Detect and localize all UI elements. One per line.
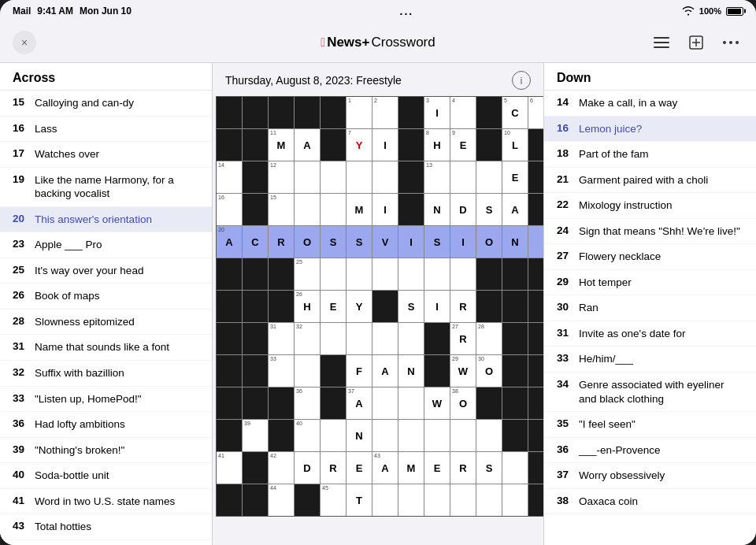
cell-2-10[interactable] (476, 161, 502, 193)
cell-1-10[interactable] (476, 129, 502, 161)
cell-9-4[interactable] (321, 387, 346, 419)
cell-10-1[interactable]: 39 (243, 420, 268, 451)
cell-8-5[interactable]: F (346, 355, 372, 387)
cell-5-6[interactable] (372, 258, 398, 290)
cell-6-7[interactable]: S (398, 291, 424, 322)
cell-8-0[interactable] (217, 355, 242, 387)
cell-7-2[interactable]: 31 (269, 323, 294, 354)
cell-3-9[interactable]: D (450, 194, 476, 225)
cell-6-4[interactable]: E (321, 291, 346, 322)
cell-0-9[interactable]: 4 (450, 97, 476, 128)
cell-3-0[interactable]: 16 (217, 194, 242, 225)
cell-0-1[interactable] (243, 97, 268, 128)
across-clue-36[interactable]: 36Had lofty ambitions (0, 412, 212, 438)
cell-3-10[interactable]: S (476, 194, 502, 225)
cell-9-0[interactable] (217, 387, 242, 419)
cell-4-10[interactable]: O (476, 226, 502, 258)
cell-11-4[interactable]: R (321, 452, 346, 484)
close-button[interactable]: × (13, 31, 36, 54)
cell-6-5[interactable]: Y (346, 291, 372, 322)
cell-4-1[interactable]: C (243, 226, 268, 258)
down-clue-38[interactable]: 38Oaxaca coin (544, 489, 756, 515)
down-clue-36[interactable]: 36___-en-Provence (544, 438, 756, 464)
cell-9-12[interactable] (528, 387, 543, 419)
across-clue-19[interactable]: 19Like the name Harmony, for a backing v… (0, 168, 212, 207)
cell-8-4[interactable] (321, 355, 346, 387)
cell-2-2[interactable]: 12 (269, 161, 294, 193)
cell-10-9[interactable] (450, 420, 476, 451)
cell-1-11[interactable]: 10L (502, 129, 528, 161)
cell-1-4[interactable] (321, 129, 346, 161)
cell-9-8[interactable]: W (424, 387, 450, 419)
cell-11-3[interactable]: D (295, 452, 320, 484)
cell-10-2[interactable] (269, 420, 294, 451)
cell-10-0[interactable] (217, 420, 242, 451)
cell-10-4[interactable] (321, 420, 346, 451)
cell-2-9[interactable] (450, 161, 476, 193)
cell-9-1[interactable] (243, 387, 268, 419)
across-clue-41[interactable]: 41Word in two U.S. state names (0, 489, 212, 515)
cell-5-8[interactable] (424, 258, 450, 290)
down-clue-29[interactable]: 29Hot temper (544, 270, 756, 296)
cell-5-9[interactable] (450, 258, 476, 290)
cell-2-6[interactable] (372, 161, 398, 193)
cell-6-10[interactable] (476, 291, 502, 322)
down-clue-35[interactable]: 35"I feel seen" (544, 412, 756, 438)
down-clue-21[interactable]: 21Garment paired with a choli (544, 168, 756, 194)
down-clue-16[interactable]: 16Lemon juice? (544, 117, 756, 143)
cell-1-6[interactable]: I (372, 129, 398, 161)
cell-1-9[interactable]: 9E (450, 129, 476, 161)
cell-12-0[interactable] (217, 484, 242, 516)
cell-7-8[interactable] (424, 323, 450, 354)
cell-5-7[interactable] (398, 258, 424, 290)
cell-12-1[interactable] (243, 484, 268, 516)
cell-6-9[interactable]: R (450, 291, 476, 322)
cell-11-1[interactable] (243, 452, 268, 484)
cell-11-8[interactable]: E (424, 452, 450, 484)
cell-1-12[interactable] (528, 129, 543, 161)
across-clue-32[interactable]: 32Suffix with bazillion (0, 361, 212, 387)
cell-9-9[interactable]: 38O (450, 387, 476, 419)
cell-12-4[interactable]: 45 (321, 484, 346, 516)
across-clue-43[interactable]: 43Total hotties (0, 514, 212, 540)
down-clue-30[interactable]: 30Ran (544, 295, 756, 321)
cell-11-5[interactable]: E (346, 452, 372, 484)
cell-7-7[interactable] (398, 323, 424, 354)
cell-2-12[interactable] (528, 161, 543, 193)
down-clue-22[interactable]: 22Mixology instruction (544, 193, 756, 219)
cell-10-5[interactable]: N (346, 420, 372, 451)
cell-2-1[interactable] (243, 161, 268, 193)
crossword-grid[interactable]: 123I45C611MA7YI8H9E10L141213E1615MINDSA2… (216, 96, 543, 517)
down-clue-37[interactable]: 37Worry obsessively (544, 463, 756, 489)
cell-4-7[interactable]: I (398, 226, 424, 258)
cell-7-1[interactable] (243, 323, 268, 354)
cell-1-3[interactable]: A (295, 129, 320, 161)
across-clue-15[interactable]: 15Calloying and can-dy (0, 91, 212, 117)
cell-0-10[interactable] (476, 97, 502, 128)
cell-12-10[interactable] (476, 484, 502, 516)
across-clue-31[interactable]: 31Name that sounds like a font (0, 335, 212, 361)
list-view-button[interactable] (649, 30, 674, 55)
edit-button[interactable] (684, 30, 709, 55)
across-clue-17[interactable]: 17Watches over (0, 142, 212, 168)
cell-11-11[interactable] (502, 452, 528, 484)
cell-4-12[interactable] (528, 226, 543, 258)
cell-8-9[interactable]: 29W (450, 355, 476, 387)
down-clue-34[interactable]: 34Genre associated with eyeliner and bla… (544, 373, 756, 412)
cell-12-6[interactable] (372, 484, 398, 516)
cell-6-2[interactable] (269, 291, 294, 322)
cell-6-12[interactable] (528, 291, 543, 322)
cell-10-6[interactable] (372, 420, 398, 451)
cell-7-11[interactable] (502, 323, 528, 354)
down-clue-14[interactable]: 14Make a call, in a way (544, 91, 756, 117)
cell-12-8[interactable] (424, 484, 450, 516)
down-clue-27[interactable]: 27Flowery necklace (544, 244, 756, 270)
across-clue-39[interactable]: 39"Nothing's broken!" (0, 438, 212, 464)
cell-10-7[interactable] (398, 420, 424, 451)
cell-2-4[interactable] (321, 161, 346, 193)
cell-12-7[interactable] (398, 484, 424, 516)
cell-7-3[interactable]: 32 (295, 323, 320, 354)
cell-5-1[interactable] (243, 258, 268, 290)
cell-8-3[interactable] (295, 355, 320, 387)
cell-3-7[interactable] (398, 194, 424, 225)
